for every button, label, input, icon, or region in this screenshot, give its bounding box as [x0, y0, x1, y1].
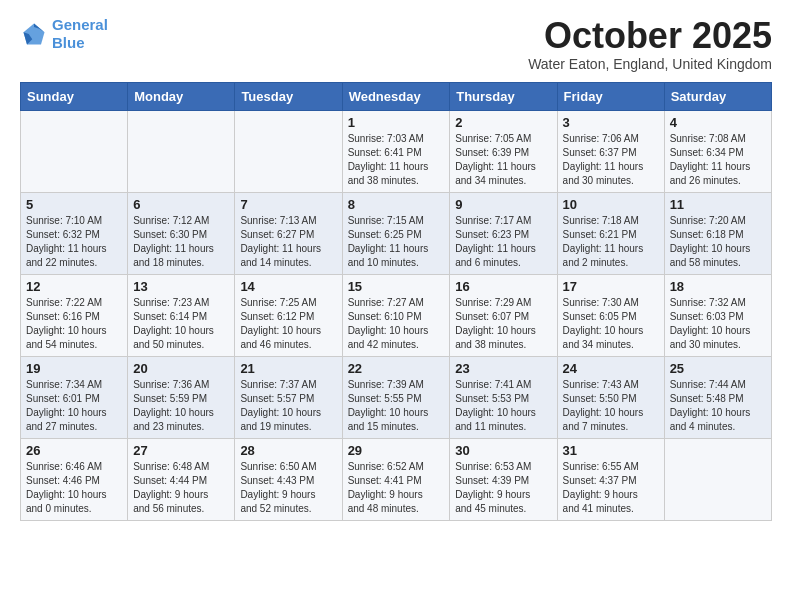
calendar-cell: 4Sunrise: 7:08 AM Sunset: 6:34 PM Daylig… — [664, 110, 771, 192]
calendar-cell: 3Sunrise: 7:06 AM Sunset: 6:37 PM Daylig… — [557, 110, 664, 192]
day-number: 1 — [348, 115, 445, 130]
calendar-cell: 6Sunrise: 7:12 AM Sunset: 6:30 PM Daylig… — [128, 192, 235, 274]
calendar-cell: 2Sunrise: 7:05 AM Sunset: 6:39 PM Daylig… — [450, 110, 557, 192]
calendar-day-header: Wednesday — [342, 82, 450, 110]
calendar-cell: 15Sunrise: 7:27 AM Sunset: 6:10 PM Dayli… — [342, 274, 450, 356]
day-number: 2 — [455, 115, 551, 130]
day-number: 7 — [240, 197, 336, 212]
day-number: 18 — [670, 279, 766, 294]
day-number: 4 — [670, 115, 766, 130]
calendar-cell — [235, 110, 342, 192]
calendar-cell: 8Sunrise: 7:15 AM Sunset: 6:25 PM Daylig… — [342, 192, 450, 274]
day-number: 30 — [455, 443, 551, 458]
day-info: Sunrise: 7:23 AM Sunset: 6:14 PM Dayligh… — [133, 296, 229, 352]
calendar-week-row: 19Sunrise: 7:34 AM Sunset: 6:01 PM Dayli… — [21, 356, 772, 438]
month-title: October 2025 — [528, 16, 772, 56]
calendar-cell: 21Sunrise: 7:37 AM Sunset: 5:57 PM Dayli… — [235, 356, 342, 438]
day-number: 22 — [348, 361, 445, 376]
calendar-cell — [21, 110, 128, 192]
day-info: Sunrise: 6:55 AM Sunset: 4:37 PM Dayligh… — [563, 460, 659, 516]
calendar-day-header: Sunday — [21, 82, 128, 110]
day-info: Sunrise: 7:43 AM Sunset: 5:50 PM Dayligh… — [563, 378, 659, 434]
day-info: Sunrise: 7:27 AM Sunset: 6:10 PM Dayligh… — [348, 296, 445, 352]
calendar-day-header: Monday — [128, 82, 235, 110]
calendar-cell: 5Sunrise: 7:10 AM Sunset: 6:32 PM Daylig… — [21, 192, 128, 274]
calendar-cell: 7Sunrise: 7:13 AM Sunset: 6:27 PM Daylig… — [235, 192, 342, 274]
day-info: Sunrise: 7:36 AM Sunset: 5:59 PM Dayligh… — [133, 378, 229, 434]
day-number: 31 — [563, 443, 659, 458]
calendar-cell: 26Sunrise: 6:46 AM Sunset: 4:46 PM Dayli… — [21, 438, 128, 520]
day-number: 12 — [26, 279, 122, 294]
calendar-cell: 19Sunrise: 7:34 AM Sunset: 6:01 PM Dayli… — [21, 356, 128, 438]
header: General Blue October 2025 Water Eaton, E… — [20, 16, 772, 72]
day-info: Sunrise: 7:25 AM Sunset: 6:12 PM Dayligh… — [240, 296, 336, 352]
day-info: Sunrise: 6:46 AM Sunset: 4:46 PM Dayligh… — [26, 460, 122, 516]
logo-general: General — [52, 16, 108, 33]
day-info: Sunrise: 7:10 AM Sunset: 6:32 PM Dayligh… — [26, 214, 122, 270]
calendar-cell: 23Sunrise: 7:41 AM Sunset: 5:53 PM Dayli… — [450, 356, 557, 438]
day-info: Sunrise: 7:15 AM Sunset: 6:25 PM Dayligh… — [348, 214, 445, 270]
day-info: Sunrise: 7:34 AM Sunset: 6:01 PM Dayligh… — [26, 378, 122, 434]
day-info: Sunrise: 7:22 AM Sunset: 6:16 PM Dayligh… — [26, 296, 122, 352]
day-number: 23 — [455, 361, 551, 376]
day-info: Sunrise: 6:50 AM Sunset: 4:43 PM Dayligh… — [240, 460, 336, 516]
day-info: Sunrise: 7:29 AM Sunset: 6:07 PM Dayligh… — [455, 296, 551, 352]
calendar-day-header: Tuesday — [235, 82, 342, 110]
calendar-cell: 29Sunrise: 6:52 AM Sunset: 4:41 PM Dayli… — [342, 438, 450, 520]
day-info: Sunrise: 7:18 AM Sunset: 6:21 PM Dayligh… — [563, 214, 659, 270]
day-info: Sunrise: 7:41 AM Sunset: 5:53 PM Dayligh… — [455, 378, 551, 434]
logo: General Blue — [20, 16, 108, 52]
calendar-cell: 25Sunrise: 7:44 AM Sunset: 5:48 PM Dayli… — [664, 356, 771, 438]
calendar-week-row: 26Sunrise: 6:46 AM Sunset: 4:46 PM Dayli… — [21, 438, 772, 520]
day-info: Sunrise: 7:32 AM Sunset: 6:03 PM Dayligh… — [670, 296, 766, 352]
day-number: 3 — [563, 115, 659, 130]
day-info: Sunrise: 7:39 AM Sunset: 5:55 PM Dayligh… — [348, 378, 445, 434]
day-number: 26 — [26, 443, 122, 458]
calendar-header-row: SundayMondayTuesdayWednesdayThursdayFrid… — [21, 82, 772, 110]
calendar-cell: 9Sunrise: 7:17 AM Sunset: 6:23 PM Daylig… — [450, 192, 557, 274]
calendar-day-header: Saturday — [664, 82, 771, 110]
calendar-cell: 14Sunrise: 7:25 AM Sunset: 6:12 PM Dayli… — [235, 274, 342, 356]
day-number: 8 — [348, 197, 445, 212]
logo-icon — [20, 20, 48, 48]
calendar-cell: 22Sunrise: 7:39 AM Sunset: 5:55 PM Dayli… — [342, 356, 450, 438]
day-info: Sunrise: 7:44 AM Sunset: 5:48 PM Dayligh… — [670, 378, 766, 434]
calendar-cell — [664, 438, 771, 520]
day-info: Sunrise: 7:12 AM Sunset: 6:30 PM Dayligh… — [133, 214, 229, 270]
day-number: 21 — [240, 361, 336, 376]
calendar-cell: 30Sunrise: 6:53 AM Sunset: 4:39 PM Dayli… — [450, 438, 557, 520]
calendar-cell: 17Sunrise: 7:30 AM Sunset: 6:05 PM Dayli… — [557, 274, 664, 356]
calendar-cell: 1Sunrise: 7:03 AM Sunset: 6:41 PM Daylig… — [342, 110, 450, 192]
calendar-cell: 16Sunrise: 7:29 AM Sunset: 6:07 PM Dayli… — [450, 274, 557, 356]
calendar-cell: 31Sunrise: 6:55 AM Sunset: 4:37 PM Dayli… — [557, 438, 664, 520]
page: General Blue October 2025 Water Eaton, E… — [0, 0, 792, 531]
day-info: Sunrise: 7:03 AM Sunset: 6:41 PM Dayligh… — [348, 132, 445, 188]
day-info: Sunrise: 7:17 AM Sunset: 6:23 PM Dayligh… — [455, 214, 551, 270]
day-number: 27 — [133, 443, 229, 458]
day-number: 24 — [563, 361, 659, 376]
day-number: 11 — [670, 197, 766, 212]
day-number: 16 — [455, 279, 551, 294]
day-info: Sunrise: 7:13 AM Sunset: 6:27 PM Dayligh… — [240, 214, 336, 270]
calendar-cell: 24Sunrise: 7:43 AM Sunset: 5:50 PM Dayli… — [557, 356, 664, 438]
day-info: Sunrise: 6:48 AM Sunset: 4:44 PM Dayligh… — [133, 460, 229, 516]
day-number: 28 — [240, 443, 336, 458]
logo-text: General Blue — [52, 16, 108, 52]
calendar-cell: 20Sunrise: 7:36 AM Sunset: 5:59 PM Dayli… — [128, 356, 235, 438]
day-info: Sunrise: 7:37 AM Sunset: 5:57 PM Dayligh… — [240, 378, 336, 434]
calendar-cell: 11Sunrise: 7:20 AM Sunset: 6:18 PM Dayli… — [664, 192, 771, 274]
day-info: Sunrise: 7:20 AM Sunset: 6:18 PM Dayligh… — [670, 214, 766, 270]
day-info: Sunrise: 7:06 AM Sunset: 6:37 PM Dayligh… — [563, 132, 659, 188]
logo-blue: Blue — [52, 34, 85, 51]
day-info: Sunrise: 6:52 AM Sunset: 4:41 PM Dayligh… — [348, 460, 445, 516]
calendar-week-row: 12Sunrise: 7:22 AM Sunset: 6:16 PM Dayli… — [21, 274, 772, 356]
calendar-cell: 12Sunrise: 7:22 AM Sunset: 6:16 PM Dayli… — [21, 274, 128, 356]
day-info: Sunrise: 6:53 AM Sunset: 4:39 PM Dayligh… — [455, 460, 551, 516]
calendar-week-row: 1Sunrise: 7:03 AM Sunset: 6:41 PM Daylig… — [21, 110, 772, 192]
day-number: 10 — [563, 197, 659, 212]
day-info: Sunrise: 7:30 AM Sunset: 6:05 PM Dayligh… — [563, 296, 659, 352]
day-number: 25 — [670, 361, 766, 376]
calendar-cell: 18Sunrise: 7:32 AM Sunset: 6:03 PM Dayli… — [664, 274, 771, 356]
day-number: 13 — [133, 279, 229, 294]
day-info: Sunrise: 7:08 AM Sunset: 6:34 PM Dayligh… — [670, 132, 766, 188]
